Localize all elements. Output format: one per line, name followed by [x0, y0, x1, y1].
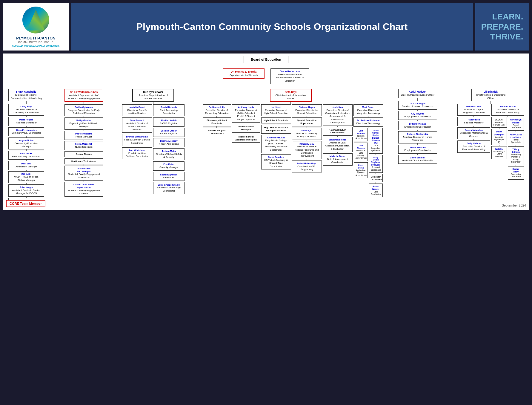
brenda-blankenship: Brenda BlankenshipFood & Nutrition Servi… [122, 134, 152, 146]
arleen-wenzel: Arleen WenzelData Coordinator [369, 184, 383, 197]
vacant-ap: VACANTAccounts Payable (A-L) [491, 117, 507, 128]
katie-ilgic: Katie IlgicDirector of Diversity, Equity… [292, 128, 322, 140]
brittani-thomas: Brittani ThomasEmployment Coordinator [398, 121, 437, 130]
cliff-stratton: Cliff StrattonNetwork Administrator [354, 128, 368, 141]
page-title: Plymouth-Canton Community Schools Organi… [136, 21, 408, 32]
andy-morris: Andy MorrisStephanie PetravelleTechnical… [369, 155, 383, 173]
slogan-text: LEARN.PREPARE.THRIVE. [481, 12, 523, 42]
col-kurt: Kurt Tyszkiewicz Assistant Superintenden… [122, 89, 184, 194]
kayla-mcdaniel: Kayla McDanielDirector of Food & Nutriti… [122, 104, 152, 117]
tiffany-brindza: Tiffany BrindzaAccounting Payable & Bill… [508, 146, 524, 165]
wei-zhu: Wei ZhuAccounting & Grant Associate [491, 146, 507, 159]
kevin-karr: Kevin KarrExecutive Director of Curricul… [323, 104, 353, 126]
beth-box: Beth Rayl Chief Academic & Innovation Of… [270, 89, 312, 102]
jerry-g: Jerry GruszczynaskiSecurity & Technology… [153, 182, 184, 194]
john-kreger: John KregerAssistant Content / Station M… [8, 184, 44, 197]
dr-lisa-anglin: Dr. Lisa AnglinDirector of Human Resourc… [398, 101, 437, 110]
matthew-lents: Matthew LentsDirector of Capital Program… [457, 104, 490, 116]
kurt-box: Kurt Tyszkiewicz Assistant Superintenden… [132, 89, 174, 102]
dan-clancey: Dan ClanceyNetwork & Data Security Admin… [354, 143, 368, 161]
vartanian-box: Dr. Liz Vartanian-Gibbs Assistant Superi… [64, 89, 103, 102]
madyun-box: Abdul Madyun Chief Human Resources Offic… [398, 89, 437, 98]
kentra-tisby: Kentra TisbyPurchasing Coordinator [508, 166, 524, 180]
hal-heard: Hal HeardExecutive Director of High Scho… [261, 104, 291, 117]
elem-principals: Elementary School Principals [203, 117, 231, 126]
lisa-trucks: Lisa TrucksExtended Day Coordinator [8, 151, 44, 160]
joshua-meier: Joshua MeierDirector of School Safety & … [153, 148, 184, 161]
jody-malbon: Jody MalbonExecutive Director of Finance… [457, 140, 490, 153]
school-nurses: School Nurses [64, 151, 103, 157]
main-container: PLYMOUTH-CANTON COMMUNITY SCHOOLS GLOBAL… [0, 0, 532, 405]
logo-name: PLYMOUTH-CANTON [16, 36, 55, 41]
legend-label: CORE Team Member [10, 202, 42, 205]
dr-denise-lilly: Dr. Denise LillyExecutive Director of El… [203, 104, 231, 117]
middle-asst-principals: Middle School Assistant Principals [232, 134, 260, 143]
logo-sub: COMMUNITY SCHOOLS [18, 41, 54, 44]
col-vartanian: Dr. Liz Vartanian-Gibbs Assistant Superi… [64, 89, 104, 197]
eric-kalke: Eric KalkeSecurity Manager [153, 161, 184, 170]
stefanie-hayes: Stefanie HayesExecutive Director for Spe… [292, 104, 322, 117]
sped-supervisors: Special Education Supervisors [292, 117, 322, 126]
paul-bird: Paul BirdAuditorium Manager [8, 161, 44, 170]
kathy-jacks: Kathy JacksLisa ValicePayroll Specialist… [508, 132, 524, 145]
hannah-zorket: Hannah ZorketAssociate Director of Finan… [491, 104, 524, 116]
lillian-lucas: Lillian Lucas-JonesMyles MerrittStudent … [64, 182, 103, 197]
healthcare-tech: Healthcare Technicians [64, 158, 103, 164]
badiha-alcedray: Badiha AlcedrayP-CEP Admissions [153, 138, 184, 147]
chris-perez: Chris PerezApplication Systems Administr… [354, 162, 368, 178]
ruggirello-box: Frank Ruggirello Executive Director of C… [8, 89, 44, 101]
kimberly-may: Kimberly MayDirector of State & Federal … [292, 141, 322, 159]
exec-assistant-box: Diane Robertson Executive Assistant to S… [270, 68, 309, 84]
carly-rays: Carly RaysAssistant Director of Marketin… [8, 104, 44, 116]
patrice-williams: Patrice WilliamsNurse Manager [64, 131, 103, 140]
heather-walsh: Heather WalshP-CCS Registrar [153, 117, 184, 126]
sarah-richards: Sarah RichardsPupil Accounting Coordinat… [153, 104, 184, 117]
logo-box: PLYMOUTH-CANTON COMMUNITY SCHOOLS GLOBAL… [3, 3, 69, 51]
hs-principals: High School Principals [261, 117, 291, 123]
sierra-marschall: Sierra MarschallNurse Specialist [64, 141, 103, 150]
logo-icon [22, 7, 49, 33]
dawn-schaller: Dawn SchallerAssistant Director of Benef… [398, 155, 437, 164]
jamie-senkbeil: Jamie SenkbeilEmployment Coordinator [398, 145, 437, 154]
gina-sanford: Gina SanfordAssistant Director of Food &… [122, 117, 152, 133]
tech-integration: Carrie ConnorKaelyn BullockShannen WayTe… [369, 128, 383, 154]
middle-principals: Middle School Principals [232, 124, 260, 133]
superintendent-box: Dr. Monica L. Merritt Superintendent of … [223, 68, 265, 79]
col-beth: Beth Rayl Chief Academic & Innovation Of… [203, 89, 379, 197]
computer-tech: Computer Technicians [369, 174, 383, 182]
marie-rogers: Marie RogersFacilities Scheduler [8, 117, 44, 126]
date-text: September 2024 [502, 204, 526, 207]
col-madyun: Abdul Madyun Chief Human Resources Offic… [397, 89, 439, 164]
alicia-fenstermaker: Alicia FenstermakerCommunity Ed. Coordin… [8, 127, 44, 136]
board-box: Board of Education [244, 56, 288, 63]
col-ruggirello: Frank Ruggirello Executive Director of C… [7, 89, 46, 207]
angela-nolan: Angela NolanCommunity Education Manager [8, 137, 44, 150]
jennifer-bec: Jennifer BecEric StamperStudent & Family… [64, 166, 103, 181]
jonathan-flukes: Jonathan FlukesDirector of Data, Assessm… [323, 137, 353, 152]
header-area: PLYMOUTH-CANTON COMMUNITY SCHOOLS GLOBAL… [3, 3, 529, 51]
title-box: Plymouth-Canton Community Schools Organi… [71, 3, 473, 51]
gwendolyn-pollard: Gwendolyn PollardPayroll Coordinator [508, 117, 524, 130]
col-minnick: Jill Minnick Chief Finance & Operations … [456, 89, 525, 179]
ally-mayette: Ally MayetteEmployment Coordinator [398, 111, 437, 120]
hs-asst-principals: High School Assistant Principals & Deans [261, 125, 291, 134]
colleen-sienkiewicz: Colleen SienkiewiczAssistant Director of… [398, 131, 437, 143]
randy-rice: Randy RiceFacilities Manager [457, 117, 490, 126]
logo-tagline: GLOBALLY FOCUSED. LOCALLY CONNECTED. [12, 45, 59, 47]
dr-andrew-steinman: Dr. Andrew SteinmanDirector of Technolog… [353, 117, 383, 126]
slogan-box: LEARN.PREPARE.THRIVE. [475, 3, 529, 51]
caitlin-opferman: Caitlin OpfermanProgram Coordinator for … [64, 104, 103, 117]
anthony-huela: Anthony HuelaExecutive Director of Middl… [232, 104, 260, 123]
mark-salzer: Mark SalzerExecutive Director of Integra… [353, 104, 383, 117]
james-mcmullen: James McMullenSupervisor Maintenance & G… [457, 127, 490, 140]
k12-curriculum: K-12 Curriculum Coordinators [323, 127, 353, 136]
michelle-bauer: Michelle BauerData & Assessment Coordina… [323, 153, 353, 166]
susan-davenport: Susan DavenportAccounts Payable (M-Z) [491, 129, 507, 145]
legend-box: CORE Team Member [6, 200, 45, 207]
student-support-coord: Student Support Coordinators [203, 128, 231, 137]
kathy-gradus: Kathy GradusPsychologist/Mental Health M… [64, 117, 103, 130]
bill-keith: Bill KeithWSDP - 88.1 The Park Station M… [8, 171, 44, 184]
org-area: Board of Education Dr. Monica L. Merritt… [3, 54, 529, 210]
amanda-pelukas: Amanda PelukasEarly Middle College (EMC)… [261, 135, 291, 153]
ann-whetstone: Ann WhetstoneFood & Nutrition Dietician … [122, 147, 152, 160]
